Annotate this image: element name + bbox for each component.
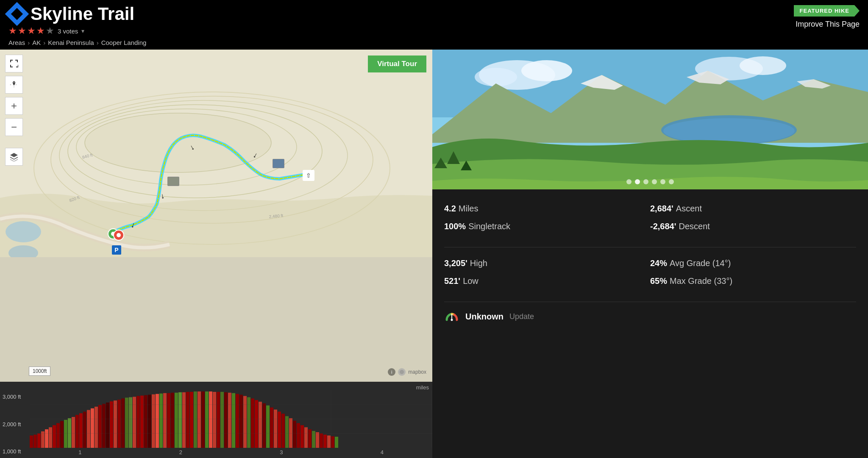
condition-update-link[interactable]: Update <box>509 312 534 321</box>
header-left: Skyline Trail ★ ★ ★ ★ ★ 3 votes ▾ Areas … <box>8 5 146 46</box>
zoom-out-button[interactable]: − <box>5 118 23 136</box>
elev-x-2: 2 <box>179 449 182 455</box>
elevation-chart <box>30 390 432 448</box>
svg-rect-78 <box>213 392 216 448</box>
svg-rect-60 <box>144 395 147 448</box>
photo-dot-1[interactable] <box>626 179 632 184</box>
star-4[interactable]: ★ <box>36 25 45 36</box>
breadcrumb-ak[interactable]: AK <box>32 39 41 46</box>
photo-dot-3[interactable] <box>643 179 648 184</box>
map-container[interactable]: 840 ft 820 ft 2,480 ft ↓ ↓ ↓ ↓ ⇧ <box>0 50 432 382</box>
svg-rect-103 <box>308 429 312 448</box>
avg-grade-value: 24% <box>650 256 667 270</box>
svg-rect-50 <box>106 402 109 448</box>
svg-rect-31 <box>33 435 37 448</box>
svg-point-7 <box>6 221 41 242</box>
stat-distance: 4.2 Miles <box>444 200 650 217</box>
svg-rect-94 <box>274 410 277 448</box>
svg-rect-70 <box>182 392 186 448</box>
elevation-profile: 3,000 ft 2,000 ft 1,000 ft miles <box>0 382 432 458</box>
elevation-y-labels: 3,000 ft 2,000 ft 1,000 ft <box>0 382 30 458</box>
breadcrumb: Areas › AK › Kenai Peninsula › Cooper La… <box>8 39 146 46</box>
svg-rect-96 <box>281 414 285 448</box>
svg-rect-79 <box>217 392 220 448</box>
descent-label: Descent <box>679 219 709 233</box>
location-button[interactable] <box>5 76 23 94</box>
star-3[interactable]: ★ <box>27 25 36 36</box>
star-2[interactable]: ★ <box>18 25 26 36</box>
photo-dot-2[interactable] <box>635 179 640 184</box>
virtual-tour-button[interactable]: Virtual Tour <box>368 56 426 72</box>
zoom-in-button[interactable]: + <box>5 97 23 115</box>
scale-indicator: 1000ft <box>29 366 50 376</box>
improve-page-link[interactable]: Improve This Page <box>796 20 860 29</box>
elevation-miles-label: miles <box>416 384 429 391</box>
svg-rect-45 <box>87 410 90 448</box>
svg-rect-17 <box>168 177 179 186</box>
svg-rect-38 <box>60 421 64 448</box>
svg-rect-105 <box>316 432 319 448</box>
svg-rect-86 <box>243 396 247 448</box>
svg-rect-107 <box>323 435 327 448</box>
rating-row: ★ ★ ★ ★ ★ 3 votes ▾ <box>8 25 146 36</box>
fullscreen-button[interactable] <box>5 55 23 72</box>
photo-dot-5[interactable] <box>660 179 665 184</box>
star-5[interactable]: ★ <box>46 25 54 36</box>
svg-rect-49 <box>102 404 106 448</box>
svg-rect-92 <box>266 405 270 448</box>
info-icon[interactable]: i <box>388 368 395 376</box>
high-label: High <box>470 256 487 270</box>
svg-rect-47 <box>95 407 98 448</box>
svg-point-132 <box>451 319 453 321</box>
svg-rect-101 <box>300 425 304 448</box>
stat-avg-grade: 24% Avg Grade (14°) <box>650 254 856 272</box>
svg-rect-55 <box>125 397 128 448</box>
svg-point-130 <box>663 118 795 144</box>
svg-rect-30 <box>30 436 33 448</box>
svg-rect-82 <box>228 393 231 448</box>
svg-rect-109 <box>331 436 334 448</box>
header-right: FEATURED HIKE Improve This Page <box>794 5 860 29</box>
svg-rect-19 <box>273 159 284 168</box>
svg-rect-89 <box>255 400 258 448</box>
svg-rect-76 <box>205 391 209 448</box>
layers-button[interactable] <box>5 148 23 166</box>
svg-rect-41 <box>72 417 75 448</box>
photo-dot-6[interactable] <box>669 179 674 184</box>
svg-rect-51 <box>110 401 113 448</box>
elev-x-1: 1 <box>78 449 81 455</box>
svg-rect-71 <box>186 392 189 448</box>
svg-text:⇧: ⇧ <box>306 172 311 179</box>
star-1[interactable]: ★ <box>8 25 17 36</box>
svg-rect-95 <box>278 412 281 448</box>
star-rating[interactable]: ★ ★ ★ ★ ★ <box>8 25 54 36</box>
ascent-label: Ascent <box>676 201 702 216</box>
svg-rect-93 <box>270 408 273 448</box>
mapbox-attribution: i mapbox <box>388 368 426 376</box>
stat-high: 3,205' High <box>444 254 650 272</box>
breadcrumb-areas[interactable]: Areas <box>8 39 25 46</box>
photo-dot-4[interactable] <box>652 179 657 184</box>
mountain-photo-svg <box>432 50 868 189</box>
vote-count[interactable]: 3 votes <box>58 28 78 35</box>
svg-rect-44 <box>83 412 86 448</box>
singletrack-label: Singletrack <box>468 219 510 233</box>
breadcrumb-kenai[interactable]: Kenai Peninsula <box>48 39 94 46</box>
stat-ascent: 2,684' Ascent <box>650 200 856 217</box>
svg-point-6 <box>85 113 271 172</box>
breadcrumb-cooper[interactable]: Cooper Landing <box>101 39 147 46</box>
votes-dropdown[interactable]: ▾ <box>81 28 84 34</box>
svg-rect-110 <box>335 437 338 448</box>
distance-unit: Miles <box>459 201 479 216</box>
avg-grade-label: Avg Grade (14°) <box>670 256 731 270</box>
svg-rect-67 <box>171 393 174 448</box>
mapbox-logo-icon <box>398 368 406 376</box>
svg-rect-63 <box>156 394 159 448</box>
svg-rect-40 <box>68 418 71 448</box>
elev-label-1000: 1,000 ft <box>3 448 27 455</box>
stat-max-grade: 65% Max Grade (33°) <box>650 272 856 290</box>
trail-photo[interactable] <box>432 50 868 189</box>
svg-rect-62 <box>152 394 155 448</box>
stat-singletrack: 100% Singletrack <box>444 217 650 235</box>
condition-gauge-icon <box>444 309 459 324</box>
